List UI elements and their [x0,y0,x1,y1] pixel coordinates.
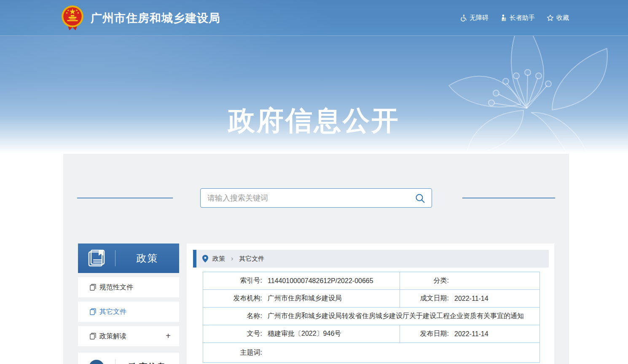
national-emblem-icon [60,5,85,31]
site-brand[interactable]: 广州市住房和城乡建设局 [60,5,220,31]
sidebar-item-label: 规范性文件 [99,283,133,292]
elder-person-icon [500,14,507,21]
search-icon[interactable] [415,193,426,204]
field-label: 发布机构: [203,294,262,303]
main-panel: 政策 › 其它文件 索引号: 11440100007482612P/2022-0… [187,244,554,364]
star-icon [547,14,554,21]
breadcrumb: 政策 › 其它文件 [193,250,549,268]
field-value: 2022-11-14 [454,295,488,302]
sidebar-section-policy[interactable]: 政策 [78,244,179,273]
elder-assistant-link[interactable]: 长者助手 [500,14,535,22]
category-cell: 分类: [400,272,539,289]
field-value: 广州市住房和城乡建设局 [268,294,342,303]
document-icon [90,284,96,291]
sidebar: 政策 规范性文件 其它文件 [78,244,179,364]
field-label: 主题词: [203,348,262,357]
document-name-cell: 名称: 广州市住房和城乡建设局转发省住房城乡建设厅关于建设工程企业资质有关事宜的… [203,308,539,325]
top-header-bar: 广州市住房和城乡建设局 无障碍 长者助手 [0,0,628,36]
issue-date-cell: 成文日期: 2022-11-14 [400,290,539,307]
publish-date-cell: 发布日期: 2022-11-14 [400,325,539,343]
content-container: 政策 规范性文件 其它文件 [63,154,569,364]
elder-assistant-label: 长者助手 [510,14,535,22]
document-icon [90,333,96,340]
sidebar-item-policy-interpretation[interactable]: 政策解读 + [78,326,179,346]
wheelchair-icon [460,14,467,21]
field-value: 11440100007482612P/2022-00665 [268,277,373,285]
breadcrumb-item-policy[interactable]: 政策 [212,255,225,263]
sidebar-item-label: 其它文件 [99,308,126,316]
field-label: 分类: [400,276,449,285]
page: 广州市住房和城乡建设局 无障碍 长者助手 [0,0,628,364]
document-icon [90,308,96,315]
table-row: 名称: 广州市住房和城乡建设局转发省住房城乡建设厅关于建设工程企业资质有关事宜的… [203,308,539,325]
search-box [200,188,432,208]
table-row: 主题词: [203,343,539,362]
keywords-cell: 主题词: [203,343,539,362]
favorite-label: 收藏 [556,14,569,22]
top-links: 无障碍 长者助手 收藏 [460,0,569,36]
page-title: 政府信息公开 [0,102,628,139]
field-label: 发布日期: [400,329,449,338]
document-number-cell: 文号: 穗建审批〔2022〕946号 [203,325,400,343]
field-label: 成文日期: [400,294,449,303]
search-divider-right [462,198,555,198]
field-value: 2022-11-14 [454,330,488,338]
sidebar-section-gov-info-title: 政府信息 [115,361,179,364]
sidebar-section-policy-title: 政策 [115,252,179,265]
sidebar-item-label: 政策解读 [99,332,126,341]
sidebar-item-normative-documents[interactable]: 规范性文件 [78,277,179,297]
expand-plus-icon[interactable]: + [166,331,171,341]
accessibility-label: 无障碍 [470,14,488,22]
location-pin-icon [202,255,208,262]
index-number-cell: 索引号: 11440100007482612P/2022-00665 [203,272,400,289]
field-value: 穗建审批〔2022〕946号 [268,329,341,338]
document-info-table: 索引号: 11440100007482612P/2022-00665 分类: 发… [203,272,540,363]
field-value: 广州市住房和城乡建设局转发省住房城乡建设厅关于建设工程企业资质有关事宜的通知 [268,312,524,321]
field-label: 索引号: [203,276,262,285]
field-label: 文号: [203,329,262,338]
issuing-agency-cell: 发布机构: 广州市住房和城乡建设局 [203,290,400,307]
accessibility-link[interactable]: 无障碍 [460,14,488,22]
site-title: 广州市住房和城乡建设局 [91,11,220,26]
banner: 政府信息公开 [0,36,628,154]
sidebar-section-gov-info[interactable]: i 政府信息 [78,353,179,364]
book-icon [87,249,106,268]
table-row: 索引号: 11440100007482612P/2022-00665 分类: [203,272,539,290]
info-circle-icon: i [88,359,105,364]
search-input[interactable] [207,189,410,207]
sidebar-item-other-documents[interactable]: 其它文件 [78,302,179,322]
favorite-link[interactable]: 收藏 [547,14,569,22]
field-label: 名称: [203,312,262,321]
search-divider-left [77,198,173,198]
breadcrumb-separator: › [229,255,235,262]
table-row: 文号: 穗建审批〔2022〕946号 发布日期: 2022-11-14 [203,325,539,343]
breadcrumb-item-other-documents[interactable]: 其它文件 [239,255,264,263]
table-row: 发布机构: 广州市住房和城乡建设局 成文日期: 2022-11-14 [203,290,539,308]
